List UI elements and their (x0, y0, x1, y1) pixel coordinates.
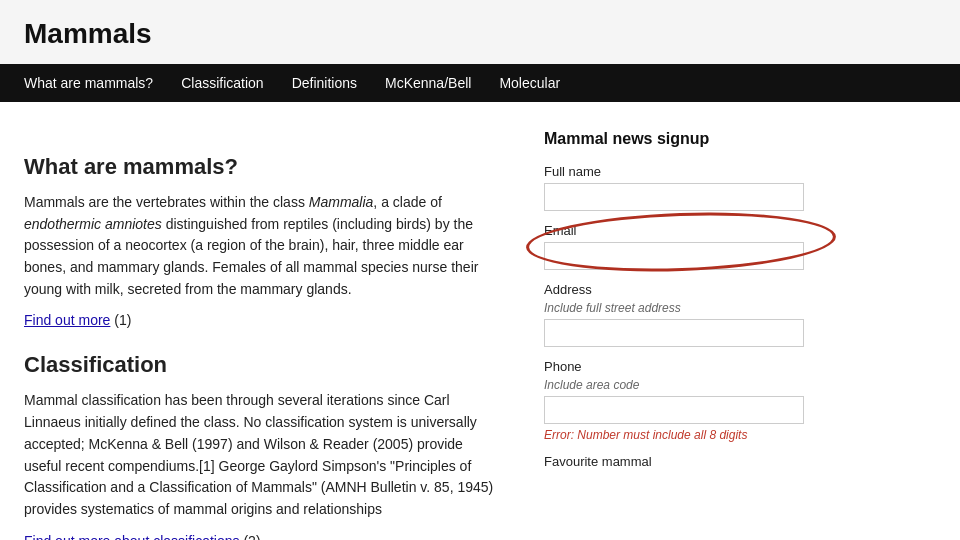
hint-phone: Include area code (544, 378, 804, 392)
left-column: What are mammals? Mammals are the verteb… (24, 130, 504, 540)
field-favourite-mammal: Favourite mammal (544, 454, 804, 469)
input-full-name[interactable] (544, 183, 804, 211)
input-phone[interactable] (544, 396, 804, 424)
section-classification: Classification Mammal classification has… (24, 352, 504, 540)
nav-item-nav-classification[interactable]: Classification (181, 75, 263, 91)
page-title: Mammals (24, 18, 936, 50)
section-body-1: Mammals are the vertebrates within the c… (24, 192, 504, 300)
hint-address: Include full street address (544, 301, 804, 315)
link-count-1: (1) (114, 312, 131, 328)
input-address[interactable] (544, 319, 804, 347)
nav-item-nav-mckenna[interactable]: McKenna/Bell (385, 75, 471, 91)
label-address: Address (544, 282, 804, 297)
field-address: Address Include full street address (544, 282, 804, 347)
input-email[interactable] (544, 242, 804, 270)
section-heading-2: Classification (24, 352, 504, 378)
field-email: Email (544, 223, 804, 270)
section-heading-1: What are mammals? (24, 154, 504, 180)
site-header: Mammals (0, 0, 960, 64)
label-full-name: Full name (544, 164, 804, 179)
find-out-more-link-2[interactable]: Find out more about classifications (24, 533, 240, 540)
main-content: What are mammals? Mammals are the verteb… (0, 102, 960, 540)
error-phone: Error: Number must include all 8 digits (544, 428, 804, 442)
main-nav: What are mammals?ClassificationDefinitio… (0, 64, 960, 102)
nav-item-nav-definitions[interactable]: Definitions (292, 75, 357, 91)
field-full-name: Full name (544, 164, 804, 211)
field-phone: Phone Include area code Error: Number mu… (544, 359, 804, 442)
link-count-2: (2) (243, 533, 260, 540)
nav-item-nav-molecular[interactable]: Molecular (499, 75, 560, 91)
signup-form: Mammal news signup Full name Email Addre… (544, 130, 804, 540)
signup-heading: Mammal news signup (544, 130, 804, 148)
find-out-more-link-1[interactable]: Find out more (24, 312, 110, 328)
section-what-are-mammals: What are mammals? Mammals are the verteb… (24, 154, 504, 328)
label-favourite-mammal: Favourite mammal (544, 454, 804, 469)
nav-item-nav-what[interactable]: What are mammals? (24, 75, 153, 91)
label-phone: Phone (544, 359, 804, 374)
section-body-2: Mammal classification has been through s… (24, 390, 504, 520)
label-email: Email (544, 223, 804, 238)
